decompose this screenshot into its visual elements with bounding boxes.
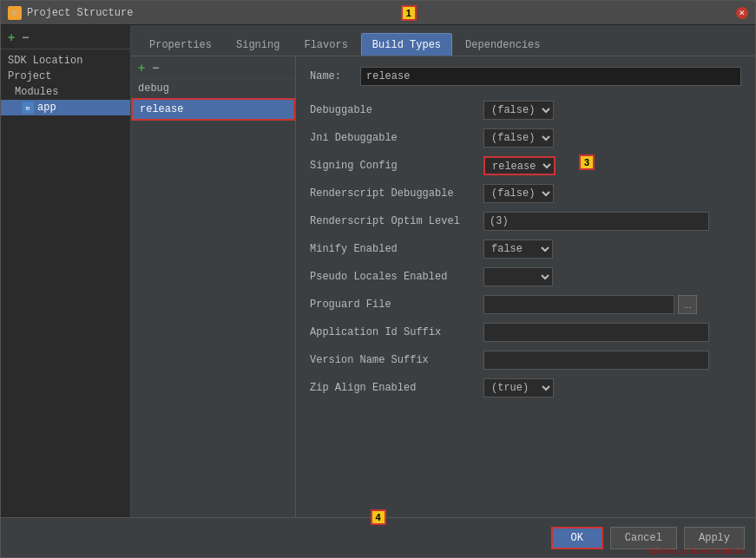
build-type-release[interactable]: release 2 <box>131 98 295 121</box>
prop-proguard-file-value: ... <box>483 295 741 314</box>
sidebar-item-app[interactable]: m app <box>1 100 130 115</box>
build-type-debug[interactable]: debug <box>131 79 295 98</box>
add-build-type-button[interactable]: + <box>136 62 147 74</box>
tab-properties[interactable]: Properties <box>138 33 223 56</box>
sidebar-item-app-inner: m app <box>22 102 123 114</box>
prop-app-id-suffix: Application Id Suffix <box>310 322 741 343</box>
prop-zip-align-label: Zip Align Enabled <box>310 382 483 394</box>
title-bar-left: ⚙ Project Structure <box>8 6 133 20</box>
sidebar-toolbar: + − <box>1 25 130 49</box>
build-type-list: debug release 2 <box>131 79 295 517</box>
prop-pseudo-locales-select[interactable]: true false <box>483 267 553 286</box>
prop-version-name-suffix: Version Name Suffix <box>310 350 741 371</box>
sidebar-item-app-label: app <box>37 102 56 114</box>
build-content: + − debug release 2 Name: <box>131 56 755 517</box>
tab-signing[interactable]: Signing <box>225 33 291 56</box>
name-row: Name: <box>310 67 741 86</box>
ok-button[interactable]: OK <box>551 527 603 549</box>
prop-version-name-suffix-input[interactable] <box>483 351 709 370</box>
prop-pseudo-locales-label: Pseudo Locales Enabled <box>310 271 483 283</box>
annotation-4: 4 <box>371 509 386 525</box>
prop-app-id-suffix-input[interactable] <box>483 323 709 342</box>
prop-signing-config-label: Signing Config <box>310 160 483 172</box>
name-input[interactable] <box>360 67 741 86</box>
prop-minify-select[interactable]: false true <box>483 240 553 259</box>
prop-zip-align-select[interactable]: (true) (false) <box>483 378 554 397</box>
prop-proguard-file: Proguard File ... <box>310 294 741 315</box>
prop-debuggable-value: (false) (true) <box>483 101 741 120</box>
prop-zip-align: Zip Align Enabled (true) (false) <box>310 377 741 398</box>
apply-button[interactable]: Apply <box>684 527 745 549</box>
sidebar-item-sdk-location[interactable]: SDK Location <box>1 53 130 69</box>
project-structure-window: ⚙ Project Structure 1 ✕ + − SDK Location… <box>0 0 756 558</box>
sidebar: + − SDK Location Project Modules m app <box>1 25 131 517</box>
prop-signing-config-value: release (none) 3 <box>483 156 741 175</box>
content-area: + − SDK Location Project Modules m app P… <box>1 25 755 517</box>
title-bar-controls: ✕ <box>736 7 748 19</box>
window-title: Project Structure <box>27 7 133 19</box>
prop-signing-config: Signing Config release (none) 3 <box>310 155 741 176</box>
cancel-button[interactable]: Cancel <box>610 527 677 549</box>
prop-jni-debuggable-value: (false) (true) <box>483 128 741 148</box>
prop-renderscript-optim-value <box>483 212 741 231</box>
tabs-bar: Properties Signing Flavors Build Types D… <box>131 25 755 56</box>
prop-renderscript-optim-label: Renderscript Optim Level <box>310 215 483 227</box>
prop-renderscript-optim-input[interactable] <box>483 212 709 231</box>
tab-build-types[interactable]: Build Types <box>361 33 452 56</box>
footer: 4 OK Cancel Apply http://blog.csdn.net/a… <box>1 517 755 557</box>
annotation-1: 1 <box>401 5 417 21</box>
tab-flavors[interactable]: Flavors <box>293 33 358 56</box>
prop-app-id-suffix-value <box>483 323 741 342</box>
prop-debuggable: Debuggable (false) (true) <box>310 100 741 121</box>
properties-panel: Name: Debuggable (false) (true) <box>296 56 755 517</box>
prop-signing-config-select[interactable]: release (none) <box>483 156 555 175</box>
prop-debuggable-label: Debuggable <box>310 104 483 116</box>
build-list-panel: + − debug release 2 <box>131 56 296 517</box>
watermark: http://blog.csdn.net/asd4514s <box>644 547 746 555</box>
prop-debuggable-select[interactable]: (false) (true) <box>483 101 554 120</box>
module-icon: m <box>22 102 34 114</box>
build-list-toolbar: + − <box>131 56 295 79</box>
prop-jni-debuggable-label: Jni Debuggable <box>310 132 483 144</box>
sidebar-item-project[interactable]: Project <box>1 69 130 84</box>
prop-pseudo-locales: Pseudo Locales Enabled true false <box>310 266 741 287</box>
prop-renderscript-debuggable-select[interactable]: (false) (true) <box>483 184 554 203</box>
prop-jni-debuggable-select[interactable]: (false) (true) <box>483 128 554 148</box>
name-label: Name: <box>310 70 353 82</box>
prop-minify: Minify Enabled false true <box>310 239 741 259</box>
app-icon: ⚙ <box>8 6 22 20</box>
sidebar-tree: SDK Location Project Modules m app <box>1 49 130 517</box>
remove-item-button[interactable]: − <box>20 31 30 43</box>
prop-zip-align-value: (true) (false) <box>483 378 741 397</box>
prop-minify-value: false true <box>483 240 741 259</box>
prop-app-id-suffix-label: Application Id Suffix <box>310 326 483 338</box>
prop-renderscript-debuggable: Renderscript Debuggable (false) (true) <box>310 183 741 204</box>
remove-build-type-button[interactable]: − <box>150 62 161 74</box>
prop-renderscript-optim: Renderscript Optim Level <box>310 211 741 232</box>
close-button[interactable]: ✕ <box>736 7 748 19</box>
main-panel: Properties Signing Flavors Build Types D… <box>131 25 755 517</box>
prop-pseudo-locales-value: true false <box>483 267 741 286</box>
sidebar-item-modules[interactable]: Modules <box>1 84 130 100</box>
prop-jni-debuggable: Jni Debuggable (false) (true) <box>310 128 741 148</box>
prop-minify-label: Minify Enabled <box>310 243 483 255</box>
prop-proguard-file-label: Proguard File <box>310 299 483 311</box>
prop-version-name-suffix-value <box>483 351 741 370</box>
prop-version-name-suffix-label: Version Name Suffix <box>310 354 483 366</box>
prop-renderscript-debuggable-label: Renderscript Debuggable <box>310 187 483 200</box>
prop-proguard-file-input[interactable] <box>483 295 674 314</box>
add-item-button[interactable]: + <box>6 31 16 43</box>
prop-renderscript-debuggable-value: (false) (true) <box>483 184 741 203</box>
annotation-3: 3 <box>579 154 595 170</box>
proguard-browse-button[interactable]: ... <box>678 295 697 314</box>
tab-dependencies[interactable]: Dependencies <box>454 33 551 56</box>
title-bar: ⚙ Project Structure 1 ✕ <box>1 1 755 25</box>
